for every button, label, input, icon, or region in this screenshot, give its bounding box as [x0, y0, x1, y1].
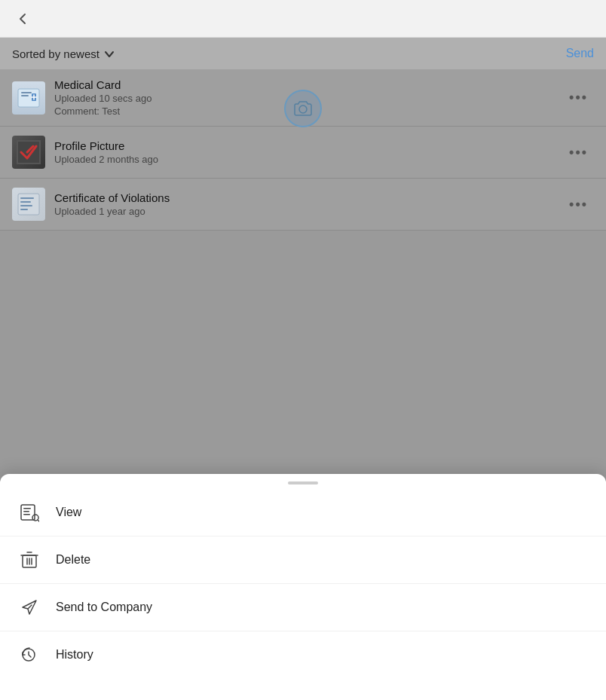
doc-meta: Uploaded 1 year ago [54, 206, 554, 217]
svg-rect-10 [20, 201, 31, 203]
doc-info: Certificate of Violations Uploaded 1 yea… [54, 191, 554, 217]
sheet-item-view-label: View [56, 506, 81, 519]
doc-name: Profile Picture [54, 139, 554, 152]
svg-point-0 [285, 90, 321, 127]
main-content: Sorted by newest Send [0, 38, 606, 482]
list-item[interactable]: Profile Picture Uploaded 2 months ago ••… [0, 127, 606, 179]
svg-rect-3 [21, 92, 32, 93]
view-icon [18, 501, 41, 524]
back-button[interactable] [12, 8, 33, 29]
send-button[interactable]: Send [566, 47, 594, 60]
svg-rect-11 [20, 205, 32, 206]
sort-text: Sorted by newest [12, 47, 99, 60]
send-icon [18, 596, 41, 619]
list-item[interactable]: Certificate of Violations Uploaded 1 yea… [0, 179, 606, 231]
delete-icon [18, 549, 41, 571]
sheet-item-view[interactable]: View [0, 489, 606, 536]
sheet-item-send-label: Send to Company [56, 601, 152, 614]
more-options-button[interactable]: ••• [563, 142, 594, 164]
sheet-item-delete[interactable]: Delete [0, 536, 606, 584]
nav-bar [0, 0, 606, 38]
history-icon [18, 643, 41, 666]
svg-rect-14 [23, 508, 31, 509]
sheet-handle [288, 481, 318, 484]
svg-rect-4 [21, 95, 29, 96]
sort-bar: Sorted by newest Send [0, 38, 606, 69]
sheet-menu: View Delete Send to Compan [0, 489, 606, 678]
chevron-down-icon [104, 49, 113, 58]
sheet-item-history[interactable]: History [0, 631, 606, 678]
svg-rect-16 [23, 514, 30, 515]
more-options-button[interactable]: ••• [563, 87, 594, 109]
svg-rect-12 [20, 209, 28, 210]
bottom-sheet: View Delete Send to Compan [0, 474, 606, 700]
sheet-item-send-to-company[interactable]: Send to Company [0, 584, 606, 631]
doc-meta: Uploaded 2 months ago [54, 154, 554, 165]
doc-thumbnail-medical [12, 81, 45, 115]
sheet-item-history-label: History [56, 648, 93, 662]
doc-info: Profile Picture Uploaded 2 months ago [54, 139, 554, 165]
doc-name: Certificate of Violations [54, 191, 554, 204]
svg-rect-9 [20, 197, 34, 199]
sheet-item-delete-label: Delete [56, 553, 90, 567]
doc-thumbnail-profile [12, 136, 45, 169]
sort-label[interactable]: Sorted by newest [12, 47, 113, 60]
camera-overlay[interactable] [283, 89, 323, 128]
svg-rect-15 [23, 511, 29, 512]
more-options-button[interactable]: ••• [563, 194, 594, 216]
doc-thumbnail-cert [12, 188, 45, 221]
svg-rect-8 [18, 194, 39, 215]
